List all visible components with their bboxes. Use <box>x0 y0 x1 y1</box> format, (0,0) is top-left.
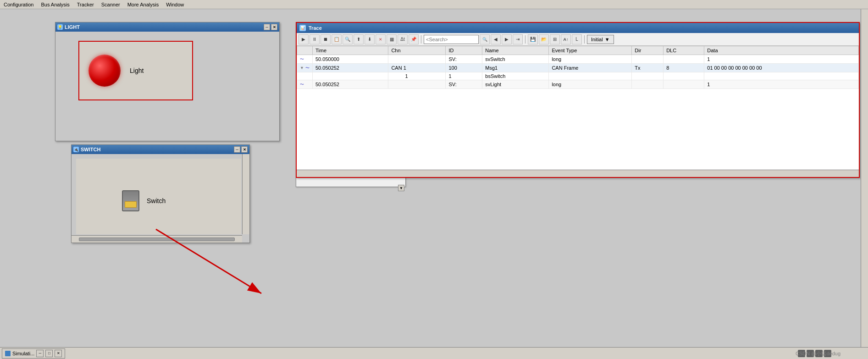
taskbar: Simulati... ─ □ ✕ <box>0 347 868 359</box>
toolbar-text-btn[interactable]: A↑ <box>561 34 571 44</box>
menu-tracker[interactable]: Tracker <box>77 2 94 7</box>
toolbar-btn-4[interactable]: 📋 <box>332 34 342 44</box>
row-dir-3 <box>632 80 663 89</box>
row-icon-cell: 〜 <box>297 55 313 64</box>
row-id-3: SV: <box>446 80 482 89</box>
toolbar-nav-right[interactable]: ▶ <box>502 34 512 44</box>
main-area: 💡 LIGHT ─ ✕ Light 🔌 SWITCH ─ ✕ <box>0 9 868 359</box>
row-chn-1 <box>388 55 446 64</box>
col-name: Name <box>482 46 549 55</box>
toolbar-nav-left[interactable]: ◀ <box>491 34 501 44</box>
expand-icon-2[interactable]: ▼ <box>300 66 304 70</box>
col-id: ID <box>446 46 482 55</box>
row-name-2a: bsSwitch <box>482 72 549 80</box>
menu-configuration[interactable]: Configuration <box>4 2 33 7</box>
row-dir-1 <box>632 55 663 64</box>
light-window-controls: ─ ✕ <box>264 24 277 30</box>
switch-label: Switch <box>147 197 166 204</box>
toolbar-btn-1[interactable]: ▶ <box>299 34 309 44</box>
switch-icon <box>122 190 139 211</box>
wave-icon-3: 〜 <box>300 82 304 87</box>
sim-minimize-btn[interactable]: ─ <box>36 350 44 357</box>
row-name-2: Msg1 <box>482 64 549 72</box>
row-icon-cell-2: ▼ 〜 <box>297 64 313 72</box>
simulation-icon <box>5 351 11 356</box>
toolbar-search-btn[interactable]: 🔍 <box>480 34 490 44</box>
light-minimize-btn[interactable]: ─ <box>264 24 270 30</box>
trace-titlebar[interactable]: 📊 Trace <box>297 23 859 33</box>
trace-scrollbar-horizontal[interactable] <box>297 170 859 177</box>
table-row[interactable]: 〜 50.050252 SV: svLight long 1 <box>297 80 859 89</box>
row-chn-2a: 1 <box>388 72 446 80</box>
row-name-3: svLight <box>482 80 549 89</box>
wave-icon-1: 〜 <box>300 57 304 61</box>
toolbar-btn-5[interactable]: 🔍 <box>343 34 353 44</box>
initial-dropdown-arrow: ▼ <box>605 37 610 42</box>
toolbar-grid-btn[interactable]: ⊞ <box>550 34 560 44</box>
row-time-1: 50.050000 <box>312 55 388 64</box>
trace-toolbar: ▶ ⏸ ⏹ 📋 🔍 ⬆ ⬇ ✕ ▦ Δt 📌 🔍 ◀ ▶ ⇥ 💾 📂 ⊞ A↑ … <box>297 33 859 46</box>
row-dir-2: Tx <box>632 64 663 72</box>
toolbar-btn-8[interactable]: ▦ <box>387 34 397 44</box>
main-right-scrollbar[interactable] <box>861 9 868 359</box>
menu-window[interactable]: Window <box>166 2 184 7</box>
trace-window-title: Trace <box>309 25 322 31</box>
row-evtype-2: CAN Frame <box>549 64 632 72</box>
table-row[interactable]: ▼ 〜 50.050252 CAN 1 100 Msg1 CAN Frame T… <box>297 64 859 72</box>
table-row[interactable]: 〜 50.050000 SV: svSwitch long 1 <box>297 55 859 64</box>
toolbar-btn-10[interactable]: 📌 <box>409 34 419 44</box>
toolbar-btn-3[interactable]: ⏹ <box>321 34 331 44</box>
row-icon-cell-2a <box>297 72 313 80</box>
col-data: Data <box>704 46 859 55</box>
table-row[interactable]: 1 1 bsSwitch <box>297 72 859 80</box>
switch-window-titlebar[interactable]: 🔌 SWITCH ─ ✕ <box>72 145 249 154</box>
row-dlc-1 <box>663 55 704 64</box>
toolbar-nav-end[interactable]: ⇥ <box>513 34 523 44</box>
wave-icon-2: 〜 <box>305 66 310 70</box>
row-chn-2: CAN 1 <box>388 64 446 72</box>
row-data-1: 1 <box>704 55 859 64</box>
col-time: Time <box>312 46 388 55</box>
toolbar-layout-btn[interactable]: L <box>572 34 582 44</box>
switch-scrollbar-horizontal[interactable] <box>72 235 242 243</box>
switch-control: Switch <box>122 190 166 211</box>
row-dlc-2a <box>663 72 704 80</box>
trace-content: Time Chn ID Name Event Type Dir DLC Data… <box>297 46 859 177</box>
row-data-2: 01 00 00 00 00 00 00 00 <box>704 64 859 72</box>
row-time-2: 50.050252 <box>312 64 388 72</box>
csdn-watermark: CSDN @小猛dedug <box>796 350 840 357</box>
switch-close-btn[interactable]: ✕ <box>241 146 248 153</box>
trace-search-input[interactable] <box>424 35 479 44</box>
toolbar-btn-filter[interactable]: ✕ <box>376 34 386 44</box>
light-window-titlebar[interactable]: 💡 LIGHT ─ ✕ <box>55 22 279 32</box>
col-event-type: Event Type <box>549 46 632 55</box>
initial-dropdown[interactable]: Initial ▼ <box>587 35 614 44</box>
sys-vars-arrow[interactable]: ▼ <box>398 185 404 191</box>
menu-scanner[interactable]: Scanner <box>101 2 120 7</box>
toolbar-btn-9[interactable]: Δt <box>398 34 408 44</box>
col-expand <box>297 46 313 55</box>
row-id-2: 100 <box>446 64 482 72</box>
toolbar-btn-7[interactable]: ⬇ <box>365 34 375 44</box>
row-id-1: SV: <box>446 55 482 64</box>
row-data-3: 1 <box>704 80 859 89</box>
menu-more-analysis[interactable]: More Analysis <box>127 2 159 7</box>
switch-minimize-btn[interactable]: ─ <box>234 146 240 153</box>
sim-maximize-btn[interactable]: □ <box>45 350 53 357</box>
taskbar-simulation-item[interactable]: Simulati... ─ □ ✕ <box>2 348 65 359</box>
switch-scroll-thumb[interactable] <box>79 237 235 241</box>
toolbar-save-btn[interactable]: 💾 <box>528 34 538 44</box>
toolbar-btn-2[interactable]: ⏸ <box>310 34 320 44</box>
trace-table: Time Chn ID Name Event Type Dir DLC Data… <box>297 46 859 89</box>
row-icon-cell-3: 〜 <box>297 80 313 89</box>
sim-close-btn[interactable]: ✕ <box>55 350 62 357</box>
col-dir: Dir <box>632 46 663 55</box>
menu-bus-analysis[interactable]: Bus Analysis <box>41 2 69 7</box>
toolbar-btn-6[interactable]: ⬆ <box>354 34 364 44</box>
light-panel: Light <box>78 41 193 100</box>
toolbar-load-btn[interactable]: 📂 <box>539 34 549 44</box>
light-indicator-red <box>88 55 121 87</box>
trace-window-icon: 📊 <box>299 25 306 31</box>
light-close-btn[interactable]: ✕ <box>271 24 277 30</box>
switch-scrollbar-vertical[interactable] <box>242 154 249 234</box>
